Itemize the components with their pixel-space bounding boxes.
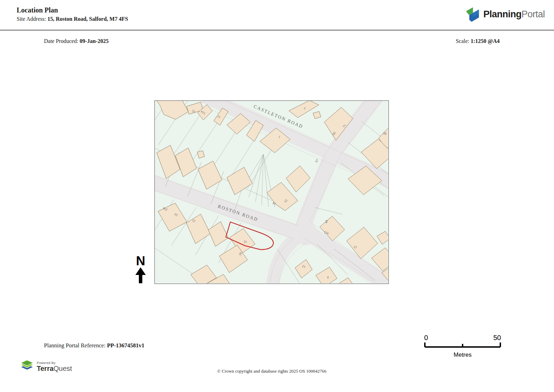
location-plan-page: { "header": { "title": "Location Plan", …: [0, 0, 554, 392]
page-title: Location Plan: [17, 6, 58, 14]
scale-label: Scale:: [456, 38, 471, 44]
planning-portal-logo: PlanningPortal: [464, 6, 545, 22]
planning-portal-logo-icon: [464, 6, 480, 22]
scale-bar-unit: Metres: [424, 351, 501, 358]
scale-bar: 0 50 Metres: [424, 334, 501, 358]
site-address-value: 15, Roston Road, Salford, M7 4FS: [47, 16, 128, 22]
header-divider: [0, 30, 554, 30]
date-produced: Date Produced: 09-Jan-2025: [44, 38, 109, 44]
reference-label: Planning Portal Reference:: [44, 342, 107, 349]
location-plan-map: CASTLETON ROADROSTON ROAD1511a1121697167…: [154, 100, 389, 284]
north-arrow-icon: [134, 267, 147, 283]
site-address-label: Site Address:: [17, 16, 47, 22]
scale-bar-rule: [424, 342, 501, 348]
site-address: Site Address: 15, Roston Road, Salford, …: [17, 16, 128, 22]
reference-value: PP-13674581v1: [107, 342, 144, 349]
date-value: 09-Jan-2025: [80, 38, 109, 44]
copyright-notice: © Crown copyright and database rights 20…: [0, 368, 544, 374]
north-label: N: [133, 255, 149, 267]
map-canvas: CASTLETON ROADROSTON ROAD1511a1121697167…: [155, 101, 388, 283]
date-label: Date Produced:: [44, 38, 80, 44]
north-indicator: N: [133, 255, 149, 285]
planning-portal-reference: Planning Portal Reference: PP-13674581v1: [44, 342, 144, 349]
powered-by-label: Powered By: [37, 361, 72, 365]
logo-text-planning: Planning: [483, 9, 521, 19]
scale-bar-start: 0: [424, 334, 428, 342]
scale-note: Scale: 1:1250 @A4: [456, 38, 500, 44]
scale-value: 1:1250 @A4: [471, 38, 500, 44]
logo-text-portal: Portal: [521, 9, 545, 19]
planning-portal-wordmark: PlanningPortal: [483, 9, 545, 20]
scale-bar-end: 50: [493, 334, 501, 342]
